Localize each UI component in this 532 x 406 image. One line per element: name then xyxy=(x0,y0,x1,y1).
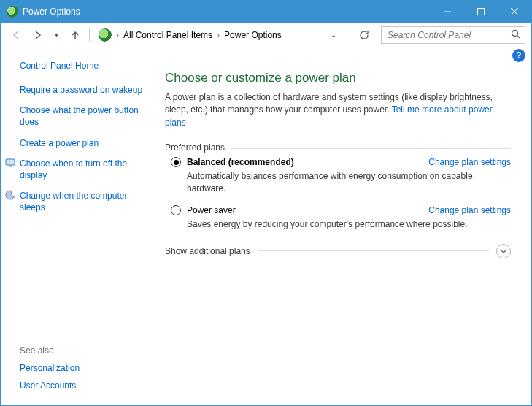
sidebar-item-turn-off-display[interactable]: Choose when to turn off the display xyxy=(20,158,150,181)
power-plan: Power saver Change plan settings Saves e… xyxy=(171,205,511,231)
see-also-label: See also xyxy=(20,345,150,356)
control-panel-home-link[interactable]: Control Panel Home xyxy=(20,61,150,71)
window-title: Power Options xyxy=(23,7,431,17)
search-input[interactable] xyxy=(386,29,511,41)
sidebar: Control Panel Home Require a password on… xyxy=(1,47,158,405)
sidebar-item-create-plan[interactable]: Create a power plan xyxy=(20,137,150,149)
svg-rect-7 xyxy=(9,166,12,167)
plan-name[interactable]: Balanced (recommended) xyxy=(187,157,294,167)
svg-rect-6 xyxy=(6,159,15,165)
change-plan-settings-link[interactable]: Change plan settings xyxy=(428,157,511,167)
monitor-icon xyxy=(5,158,15,168)
sidebar-item-when-sleeps[interactable]: Change when the computer sleeps xyxy=(20,190,150,213)
recent-dropdown-icon[interactable]: ▾ xyxy=(50,31,63,39)
divider xyxy=(258,250,489,251)
plan-description: Automatically balances performance with … xyxy=(187,170,508,195)
see-also-personalization[interactable]: Personalization xyxy=(20,363,150,373)
power-plan: Balanced (recommended) Change plan setti… xyxy=(171,157,511,195)
maximize-button[interactable] xyxy=(464,1,498,23)
plan-name[interactable]: Power saver xyxy=(187,205,236,215)
minimize-button[interactable] xyxy=(431,1,464,23)
close-button[interactable] xyxy=(498,1,531,23)
sidebar-item-require-password[interactable]: Require a password on wakeup xyxy=(20,84,150,96)
forward-button[interactable] xyxy=(28,26,47,45)
page-title: Choose or customize a power plan xyxy=(165,71,511,85)
control-panel-icon xyxy=(99,28,112,42)
navbar: ▾ › All Control Panel Items › Power Opti… xyxy=(1,23,531,47)
back-button[interactable] xyxy=(7,26,26,45)
address-dropdown-icon[interactable]: ⌄ xyxy=(326,31,341,39)
breadcrumb-item[interactable]: All Control Panel Items xyxy=(120,30,215,40)
divider xyxy=(231,148,511,149)
up-button[interactable] xyxy=(66,26,85,45)
plan-radio-balanced[interactable] xyxy=(171,157,181,167)
chevron-right-icon: › xyxy=(215,30,221,40)
separator xyxy=(350,28,350,42)
app-icon xyxy=(7,6,18,18)
show-additional-plans[interactable]: Show additional plans xyxy=(165,244,511,258)
expander-label: Show additional plans xyxy=(165,246,250,256)
refresh-button[interactable] xyxy=(355,26,374,45)
titlebar: Power Options xyxy=(1,1,531,23)
breadcrumb-item[interactable]: Power Options xyxy=(221,30,285,40)
chevron-down-icon[interactable] xyxy=(496,244,511,258)
main-content: ? Choose or customize a power plan A pow… xyxy=(158,47,531,405)
separator xyxy=(89,28,90,42)
svg-point-4 xyxy=(512,30,518,36)
help-icon[interactable]: ? xyxy=(512,49,525,62)
moon-icon xyxy=(5,190,15,200)
search-box[interactable] xyxy=(381,26,525,44)
see-also-user-accounts[interactable]: User Accounts xyxy=(20,380,150,391)
svg-line-5 xyxy=(517,35,520,38)
intro-text: A power plan is a collection of hardware… xyxy=(165,91,511,129)
sidebar-item-power-button[interactable]: Choose what the power button does xyxy=(20,104,150,128)
svg-rect-1 xyxy=(478,9,485,15)
breadcrumb[interactable]: › All Control Panel Items › Power Option… xyxy=(94,28,285,42)
search-icon[interactable] xyxy=(511,29,520,41)
change-plan-settings-link[interactable]: Change plan settings xyxy=(428,205,511,215)
chevron-right-icon: › xyxy=(115,30,120,40)
preferred-plans-label: Preferred plans xyxy=(165,142,225,153)
plan-description: Saves energy by reducing your computer's… xyxy=(187,218,508,231)
plan-radio-power-saver[interactable] xyxy=(171,205,181,215)
